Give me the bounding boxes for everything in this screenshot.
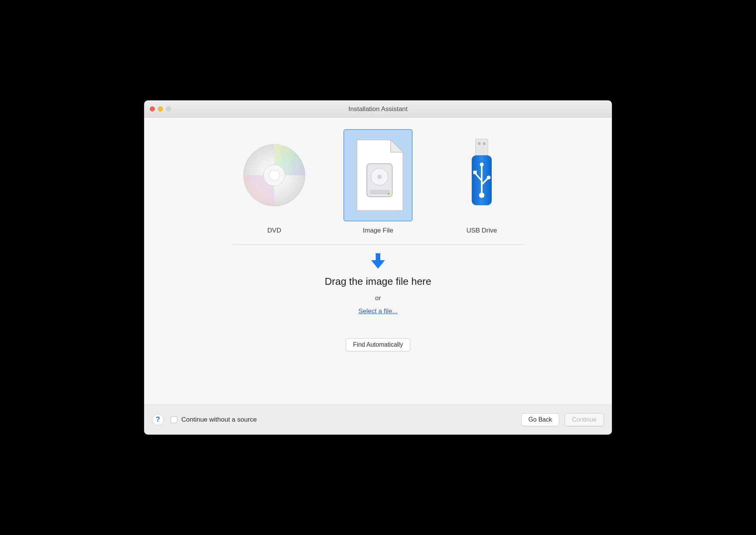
footer-buttons: Go Back Continue [521, 413, 604, 426]
footer: ? Continue without a source Go Back Cont… [144, 404, 612, 434]
titlebar: Installation Assistant [144, 101, 612, 118]
window-title: Installation Assistant [144, 105, 612, 113]
svg-point-15 [487, 176, 491, 179]
svg-point-7 [388, 193, 390, 195]
image-file-icon [343, 129, 413, 221]
svg-point-13 [480, 163, 484, 166]
svg-rect-10 [483, 142, 486, 145]
svg-point-2 [269, 170, 280, 181]
drop-area[interactable]: Drag the image file here or Select a fil… [325, 253, 431, 315]
source-options: DVD [236, 129, 520, 234]
dvd-icon [240, 129, 309, 221]
help-button[interactable]: ? [152, 414, 164, 425]
svg-rect-9 [478, 142, 481, 145]
svg-point-16 [479, 193, 484, 198]
arrow-down-icon [370, 253, 386, 271]
installation-assistant-window: Installation Assistant [144, 100, 612, 435]
go-back-button[interactable]: Go Back [521, 413, 559, 426]
select-file-link[interactable]: Select a file... [358, 307, 398, 315]
usb-drive-icon [447, 129, 516, 221]
option-usb-drive-label: USB Drive [466, 227, 497, 234]
find-automatically-button[interactable]: Find Automatically [346, 338, 410, 351]
option-image-file-label: Image File [363, 227, 393, 234]
option-dvd[interactable]: DVD [236, 129, 313, 234]
continue-without-source-label: Continue without a source [181, 416, 257, 424]
divider [232, 244, 524, 245]
help-icon: ? [156, 415, 160, 424]
svg-rect-6 [369, 190, 390, 194]
svg-point-5 [377, 174, 382, 179]
option-image-file[interactable]: Image File [340, 129, 416, 234]
content-area: DVD [144, 118, 612, 404]
continue-without-source-row: Continue without a source [171, 416, 257, 424]
svg-rect-14 [473, 171, 477, 174]
option-dvd-label: DVD [267, 227, 281, 234]
or-text: or [375, 294, 381, 302]
svg-rect-8 [476, 139, 488, 156]
continue-button: Continue [565, 413, 604, 426]
option-usb-drive[interactable]: USB Drive [443, 129, 520, 234]
drag-instruction-text: Drag the image file here [325, 276, 431, 287]
continue-without-source-checkbox[interactable] [171, 416, 177, 423]
